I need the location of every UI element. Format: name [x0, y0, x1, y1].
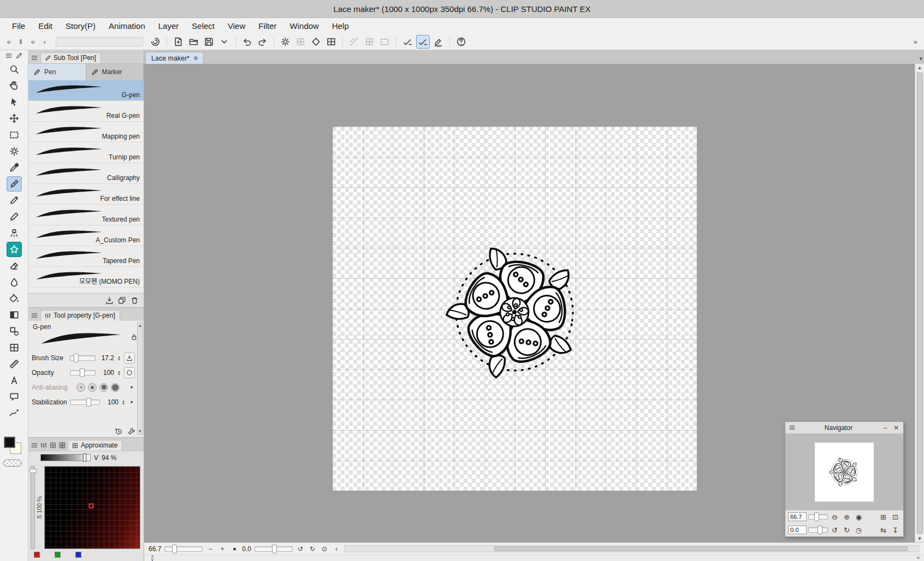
duplicate-subtool-icon[interactable]: [117, 296, 127, 305]
expand-collapse-icons[interactable]: ∧∨: [151, 555, 154, 561]
menu-animation[interactable]: Animation: [102, 18, 152, 34]
red-chip[interactable]: [34, 552, 40, 558]
value-gradient-handle[interactable]: [83, 453, 86, 462]
pen-tool[interactable]: [7, 176, 22, 192]
correct-line-tool[interactable]: [7, 405, 22, 421]
operate-tool[interactable]: [7, 94, 22, 110]
slider-handle[interactable]: [86, 398, 91, 407]
zoom-out-icon[interactable]: ⊖: [830, 512, 840, 522]
brush-size-source-button[interactable]: [124, 353, 135, 363]
zoom-reset-icon[interactable]: ◉: [854, 512, 864, 522]
zoom-out-icon[interactable]: −: [206, 545, 215, 553]
slider-handle[interactable]: [172, 545, 177, 553]
rotate-left-icon[interactable]: ↺: [296, 545, 305, 553]
reset-rotation-icon[interactable]: ◷: [854, 525, 864, 535]
horizontal-scrollbar[interactable]: [344, 545, 920, 552]
menu-window[interactable]: Window: [283, 18, 325, 34]
help-button[interactable]: [454, 35, 468, 49]
color-wheel-tab-icon[interactable]: [40, 441, 48, 451]
slider-handle[interactable]: [74, 354, 79, 362]
subtool-item-5[interactable]: For effect line: [28, 184, 144, 205]
subtool-item-9[interactable]: 모모펜 (MOMO PEN): [28, 267, 144, 288]
dock-collapse2-icon[interactable]: «: [27, 36, 38, 48]
ruler-tool[interactable]: [7, 356, 22, 372]
move-view-tool[interactable]: [7, 78, 22, 93]
balloon-tool[interactable]: [7, 389, 22, 404]
aa-expand-icon[interactable]: ▾: [128, 384, 135, 390]
subtool-item-2[interactable]: Mapping pen: [28, 122, 144, 142]
rotate-left-icon[interactable]: ↺: [830, 525, 840, 535]
aa-none-option[interactable]: [76, 383, 85, 392]
blue-chip[interactable]: [75, 552, 81, 558]
subtool-item-8[interactable]: Tapered Pen: [28, 246, 144, 267]
correct-toggle-3-button[interactable]: [431, 35, 445, 49]
tab-marker[interactable]: Marker: [86, 64, 144, 80]
open-file-button[interactable]: [187, 35, 200, 49]
brush-tool[interactable]: [7, 209, 22, 224]
menu-view[interactable]: View: [221, 18, 252, 34]
navigator-rotation-slider[interactable]: [808, 527, 828, 533]
scroll-up-icon[interactable]: ▲: [138, 323, 143, 328]
scroll-down-icon[interactable]: ▼: [138, 429, 143, 434]
subtool-item-4[interactable]: Calligraphy: [28, 163, 144, 184]
menu-edit[interactable]: Edit: [32, 18, 59, 34]
aa-medium-option[interactable]: [99, 383, 108, 392]
delete-subtool-icon[interactable]: [130, 296, 139, 305]
rotate-right-icon[interactable]: ↻: [842, 525, 852, 535]
color-grid[interactable]: [44, 466, 140, 549]
selection-tool[interactable]: [7, 127, 22, 142]
eyedropper-tool[interactable]: [7, 160, 22, 175]
eraser-tool[interactable]: [7, 258, 22, 273]
subtool-item-6[interactable]: Textured pen: [28, 205, 144, 225]
snap-to-special-ruler-button[interactable]: [294, 35, 307, 49]
figure-tool[interactable]: [7, 324, 22, 339]
reset-view-icon[interactable]: ↧: [890, 525, 901, 535]
value-gradient-bar[interactable]: [40, 454, 91, 461]
green-chip[interactable]: [55, 552, 61, 558]
canvas-viewport[interactable]: ▲ ▼ Navigator – ✕: [144, 64, 924, 542]
document-tab[interactable]: Lace maker*: [145, 52, 204, 64]
slider-handle[interactable]: [818, 526, 822, 534]
menu-filter[interactable]: Filter: [252, 18, 283, 34]
menu-file[interactable]: File: [5, 18, 32, 34]
zoom-in-icon[interactable]: +: [218, 545, 227, 553]
rotation-slider[interactable]: [254, 546, 293, 552]
subtool-panel-tab[interactable]: Sub Tool [Pen]: [40, 52, 101, 63]
tab-pen[interactable]: Pen: [28, 64, 86, 80]
correct-toggle-2-button[interactable]: [416, 35, 430, 49]
panel-menu-icon[interactable]: [31, 53, 38, 63]
scroll-down-icon[interactable]: ▼: [917, 535, 922, 542]
color-set-tab-icon[interactable]: [58, 441, 66, 451]
ruler-option-2-button[interactable]: [363, 35, 376, 49]
panel-menu-icon[interactable]: [789, 424, 796, 431]
opacity-source-button[interactable]: [124, 367, 135, 378]
dock-handle-icon[interactable]: ‖: [15, 36, 26, 48]
brush-size-slider[interactable]: [70, 355, 96, 361]
document-tab-dot[interactable]: [194, 56, 198, 60]
panel-menu-icon[interactable]: [31, 441, 38, 451]
fill-tool[interactable]: [7, 291, 22, 306]
tool-property-tab[interactable]: Tool property [G-pen]: [40, 310, 120, 321]
crop-marks-button[interactable]: [324, 35, 338, 49]
opacity-spinner[interactable]: ▴▾: [116, 370, 122, 375]
frame-border-tool[interactable]: [7, 340, 22, 355]
brush-size-spinner[interactable]: ▴▾: [116, 355, 122, 361]
snap-to-grid-button[interactable]: [309, 35, 323, 49]
aa-strong-option[interactable]: [111, 383, 120, 392]
panel-menu-icon[interactable]: [5, 52, 13, 59]
save-file-button[interactable]: [202, 35, 216, 49]
import-subtool-icon[interactable]: [105, 296, 114, 305]
stabilization-value[interactable]: 100: [102, 398, 119, 406]
vertical-scroll-thumb[interactable]: [917, 73, 923, 534]
collapse-left-icon[interactable]: ‹: [332, 545, 341, 553]
flip-horizontal-icon[interactable]: ⇆: [878, 525, 889, 535]
auto-select-tool[interactable]: [7, 144, 22, 159]
saturation-slider[interactable]: [31, 466, 35, 549]
clip-studio-logo-button[interactable]: [149, 35, 162, 49]
canvas-transparency-checker[interactable]: [333, 127, 697, 491]
expand-right-icon[interactable]: »: [916, 554, 920, 560]
stabilization-slider[interactable]: [70, 399, 100, 405]
stabilization-spinner[interactable]: ▴▾: [121, 399, 126, 405]
dock-next-icon[interactable]: »: [910, 36, 921, 48]
navigator-preview[interactable]: [785, 434, 903, 510]
